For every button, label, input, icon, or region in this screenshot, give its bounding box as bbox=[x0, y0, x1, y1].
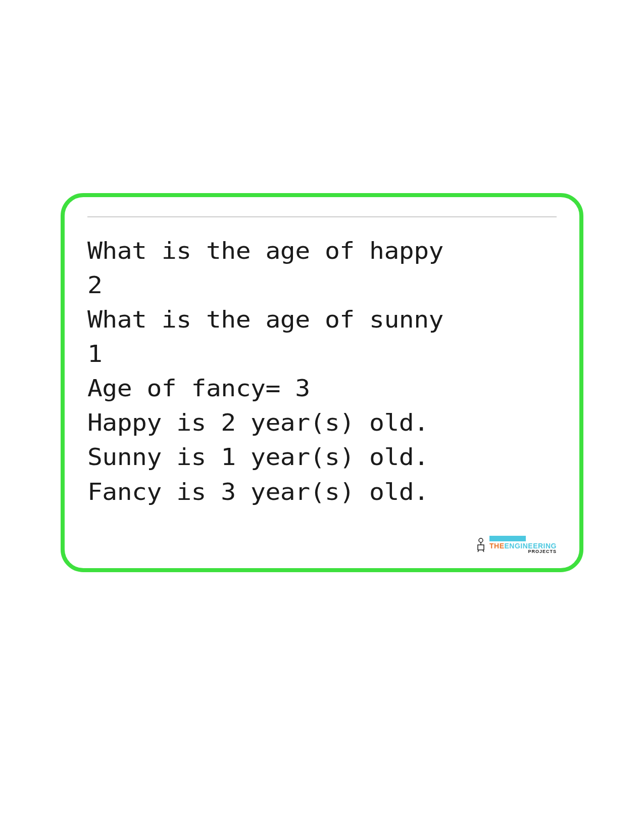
console-line: 1 bbox=[87, 337, 594, 371]
console-line: Happy is 2 year(s) old. bbox=[87, 405, 594, 440]
brand-text: THEENGINEERING PROJECTS bbox=[489, 536, 557, 554]
brand-the: THE bbox=[489, 542, 505, 550]
console-line: Sunny is 1 year(s) old. bbox=[87, 440, 594, 474]
brand-name: THEENGINEERING bbox=[489, 542, 557, 549]
console-frame: What is the age of happy 2 What is the a… bbox=[61, 193, 583, 572]
console-output: What is the age of happy 2 What is the a… bbox=[87, 234, 594, 509]
svg-rect-2 bbox=[478, 545, 484, 550]
brand-subtitle: PROJECTS bbox=[489, 549, 557, 554]
console-line: What is the age of happy bbox=[87, 234, 594, 268]
svg-point-0 bbox=[479, 538, 483, 542]
robot-icon bbox=[475, 537, 486, 552]
console-line: Age of fancy= 3 bbox=[87, 371, 594, 405]
console-line: Fancy is 3 year(s) old. bbox=[87, 475, 594, 509]
brand-color-bar bbox=[489, 536, 526, 541]
brand-logo: THEENGINEERING PROJECTS bbox=[475, 536, 557, 554]
console-line: What is the age of sunny bbox=[87, 302, 594, 337]
console-line: 2 bbox=[87, 268, 594, 302]
divider-line bbox=[87, 216, 557, 217]
